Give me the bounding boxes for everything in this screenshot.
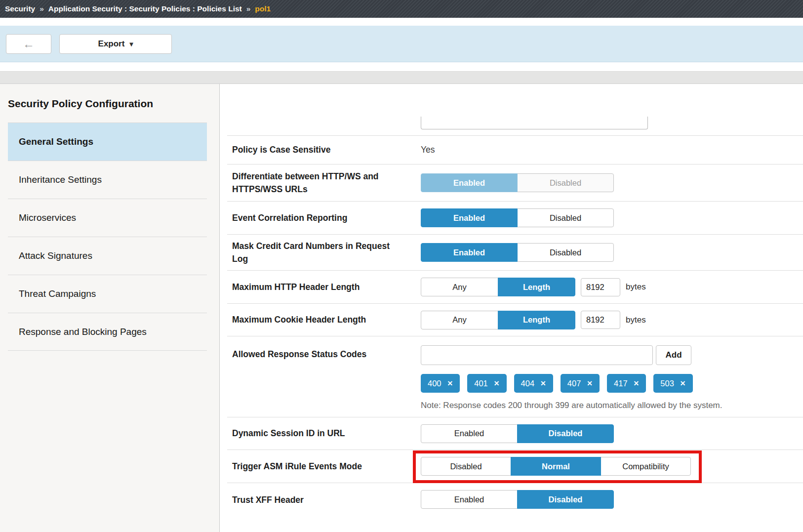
dynamic-session-disabled-button[interactable]: Disabled (517, 424, 614, 443)
sidebar-item-general-settings[interactable]: General Settings (8, 123, 207, 161)
row-differentiate-urls: Differentiate between HTTP/WS and HTTPS/… (227, 164, 803, 201)
max-http-header-toggle: Any Length (421, 278, 575, 296)
sidebar-item-label: Attack Signatures (19, 250, 92, 261)
sidebar-item-attack-signatures[interactable]: Attack Signatures (8, 237, 207, 275)
response-code-tag: 400 ✕ (421, 374, 460, 393)
top-spacer (0, 18, 803, 26)
max-cookie-header-length-input[interactable] (581, 311, 620, 329)
setting-label: Trust XFF Header (232, 493, 421, 506)
response-code-tag: 417 ✕ (607, 374, 646, 393)
remove-tag-icon[interactable]: ✕ (680, 379, 686, 387)
trust-xff-toggle: Enabled Disabled (421, 490, 614, 509)
response-code-tag: 404 ✕ (514, 374, 553, 393)
setting-label: Dynamic Session ID in URL (232, 427, 421, 440)
sidebar-title: Security Policy Configuration (8, 98, 219, 110)
setting-label: Maximum HTTP Header Length (232, 281, 421, 293)
row-trigger-asm-irule-mode: Trigger ASM iRule Events Mode Disabled N… (227, 450, 803, 483)
tag-value: 417 (614, 379, 628, 388)
tag-value: 503 (660, 379, 674, 388)
row-scrolled-setting (227, 84, 803, 135)
trigger-irule-compatibility-button[interactable]: Compatibility (601, 457, 691, 476)
max-cookie-header-length-button[interactable]: Length (498, 311, 575, 329)
max-http-header-any-button[interactable]: Any (421, 278, 498, 296)
trigger-irule-disabled-button[interactable]: Disabled (421, 457, 511, 476)
toolbar-spacer (0, 62, 803, 71)
content: Security Policy Configuration General Se… (0, 84, 803, 532)
response-code-tags: 400 ✕ 401 ✕ 404 ✕ 407 ✕ (421, 374, 722, 393)
case-sensitive-value: Yes (421, 145, 435, 155)
add-response-code-button[interactable]: Add (656, 345, 691, 365)
export-button[interactable]: Export ▾ (59, 34, 172, 54)
breadcrumb-path[interactable]: Application Security : Security Policies… (48, 4, 242, 13)
differentiate-toggle: Enabled Disabled (421, 173, 614, 192)
differentiate-enabled-button[interactable]: Enabled (421, 173, 518, 192)
dynamic-session-enabled-button[interactable]: Enabled (421, 424, 518, 443)
setting-label: Trigger ASM iRule Events Mode (232, 460, 421, 473)
mask-credit-card-enabled-button[interactable]: Enabled (421, 243, 518, 262)
event-correlation-toggle: Enabled Disabled (421, 208, 614, 227)
sidebar-item-label: General Settings (19, 136, 93, 147)
row-dynamic-session-id: Dynamic Session ID in URL Enabled Disabl… (227, 417, 803, 450)
row-policy-case-sensitive: Policy is Case Sensitive Yes (227, 135, 803, 164)
separator-band (0, 71, 803, 84)
row-event-correlation: Event Correlation Reporting Enabled Disa… (227, 201, 803, 234)
row-trust-xff-header: Trust XFF Header Enabled Disabled (227, 483, 803, 532)
export-label: Export (98, 39, 125, 49)
max-http-header-length-input[interactable] (581, 278, 620, 296)
breadcrumb: Security » Application Security : Securi… (0, 0, 803, 18)
back-button[interactable]: ← (6, 34, 51, 54)
row-allowed-response-codes: Allowed Response Status Codes Add 400 ✕ … (227, 336, 803, 417)
remove-tag-icon[interactable]: ✕ (447, 379, 453, 387)
tag-value: 407 (567, 379, 581, 388)
row-max-cookie-header-length: Maximum Cookie Header Length Any Length … (227, 303, 803, 336)
tag-value: 401 (474, 379, 488, 388)
tag-value: 404 (521, 379, 535, 388)
max-cookie-header-toggle: Any Length (421, 311, 575, 329)
setting-label: Policy is Case Sensitive (232, 143, 421, 156)
trigger-irule-normal-button[interactable]: Normal (511, 457, 601, 476)
back-arrow-icon: ← (23, 37, 35, 51)
screen: Security » Application Security : Securi… (0, 0, 803, 532)
trust-xff-enabled-button[interactable]: Enabled (421, 490, 518, 509)
caret-down-icon: ▾ (129, 40, 133, 48)
sidebar-nav: General Settings Inheritance Settings Mi… (8, 123, 207, 351)
response-code-tag: 503 ✕ (653, 374, 692, 393)
event-correlation-disabled-button[interactable]: Disabled (517, 208, 614, 227)
mask-credit-card-disabled-button[interactable]: Disabled (517, 243, 614, 262)
max-cookie-header-unit-label: bytes (626, 315, 646, 325)
mask-credit-card-toggle: Enabled Disabled (421, 243, 614, 262)
breadcrumb-separator-icon: » (246, 4, 251, 13)
breadcrumb-root[interactable]: Security (5, 4, 35, 13)
sidebar-item-inheritance-settings[interactable]: Inheritance Settings (8, 161, 207, 199)
scrolled-input-fragment[interactable] (421, 117, 648, 129)
sidebar-item-response-blocking-pages[interactable]: Response and Blocking Pages (8, 313, 207, 351)
breadcrumb-separator-icon: » (40, 4, 44, 13)
setting-label: Event Correlation Reporting (232, 211, 421, 224)
response-code-tag: 407 ✕ (561, 374, 600, 393)
sidebar-item-label: Inheritance Settings (19, 174, 102, 185)
response-codes-note: Note: Response codes 200 through 399 are… (421, 401, 722, 410)
breadcrumb-current: pol1 (255, 4, 271, 13)
trust-xff-disabled-button[interactable]: Disabled (517, 490, 614, 509)
setting-label: Maximum Cookie Header Length (232, 313, 421, 326)
max-cookie-header-any-button[interactable]: Any (421, 311, 498, 329)
sidebar-item-threat-campaigns[interactable]: Threat Campaigns (8, 275, 207, 313)
max-http-header-length-button[interactable]: Length (498, 278, 575, 296)
max-http-header-unit-label: bytes (626, 282, 646, 292)
sidebar: Security Policy Configuration General Se… (0, 84, 220, 532)
tag-value: 400 (428, 379, 442, 388)
remove-tag-icon[interactable]: ✕ (540, 379, 546, 387)
differentiate-disabled-button[interactable]: Disabled (517, 173, 614, 192)
sidebar-item-microservices[interactable]: Microservices (8, 199, 207, 237)
response-code-input[interactable] (421, 345, 653, 365)
toolbar: ← Export ▾ (0, 26, 803, 62)
sidebar-item-label: Threat Campaigns (19, 288, 96, 299)
sidebar-item-label: Response and Blocking Pages (19, 327, 147, 337)
event-correlation-enabled-button[interactable]: Enabled (421, 208, 518, 227)
response-code-tag: 401 ✕ (467, 374, 506, 393)
remove-tag-icon[interactable]: ✕ (587, 379, 593, 387)
dynamic-session-toggle: Enabled Disabled (421, 424, 614, 443)
remove-tag-icon[interactable]: ✕ (634, 379, 640, 387)
remove-tag-icon[interactable]: ✕ (494, 379, 500, 387)
settings-pane: Policy is Case Sensitive Yes Differentia… (220, 84, 803, 532)
